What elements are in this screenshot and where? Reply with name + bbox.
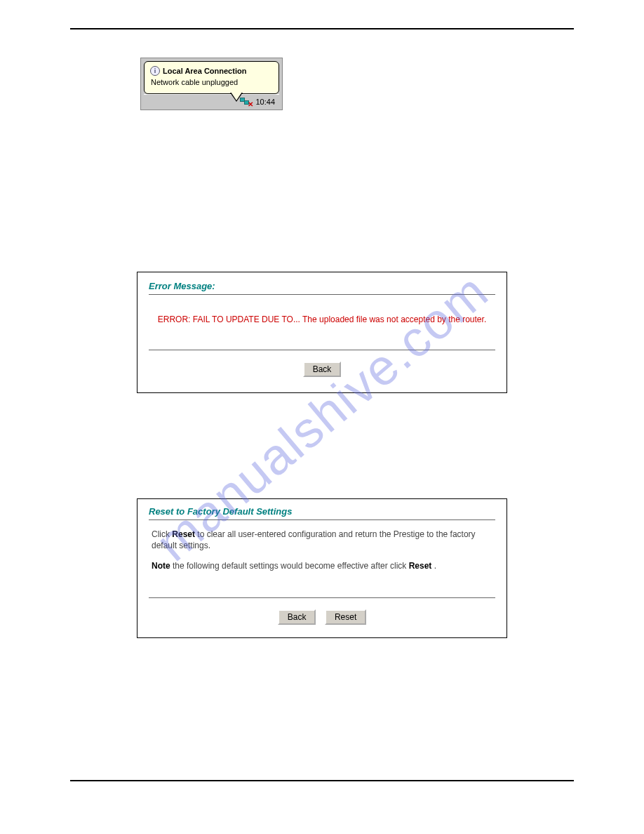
taskbar: ✕ 10:44: [144, 94, 279, 110]
back-button[interactable]: Back: [303, 362, 342, 377]
info-icon: i: [150, 66, 160, 76]
reset-panel-body: Click Reset to clear all user-entered co…: [149, 520, 495, 597]
page-bottom-rule: [70, 780, 574, 781]
panel-divider: [149, 294, 495, 295]
reset-text-pre: Click: [152, 529, 172, 539]
note-text-mid: the following default settings would bec…: [170, 561, 409, 571]
error-panel-heading: Error Message:: [149, 281, 495, 291]
panel-divider: [149, 350, 495, 350]
note-reset-bold: Reset: [409, 561, 432, 571]
note-text-end: .: [431, 561, 436, 571]
balloon-tooltip: i Local Area Connection Network cable un…: [144, 61, 279, 94]
note-label: Note: [152, 561, 170, 571]
reset-panel-heading: Reset to Factory Default Settings: [149, 506, 495, 517]
panel-divider: [149, 597, 495, 598]
reset-text-post: to clear all user-entered configuration …: [152, 529, 476, 551]
taskbar-clock: 10:44: [255, 98, 275, 106]
tooltip-subtitle: Network cable unplugged: [151, 77, 273, 88]
page-top-rule: [70, 28, 574, 29]
reset-factory-panel: Reset to Factory Default Settings Click …: [137, 498, 507, 638]
network-disconnected-icon: ✕: [240, 98, 251, 106]
error-message-panel: Error Message: ERROR: FAIL TO UPDATE DUE…: [137, 272, 507, 393]
network-tooltip-screenshot: i Local Area Connection Network cable un…: [140, 58, 283, 110]
error-message-text: ERROR: FAIL TO UPDATE DUE TO... The uplo…: [149, 315, 495, 324]
reset-text-bold: Reset: [172, 529, 195, 539]
reset-button[interactable]: Reset: [325, 609, 366, 625]
back-button[interactable]: Back: [278, 609, 316, 625]
tooltip-title: Local Area Connection: [163, 66, 246, 77]
